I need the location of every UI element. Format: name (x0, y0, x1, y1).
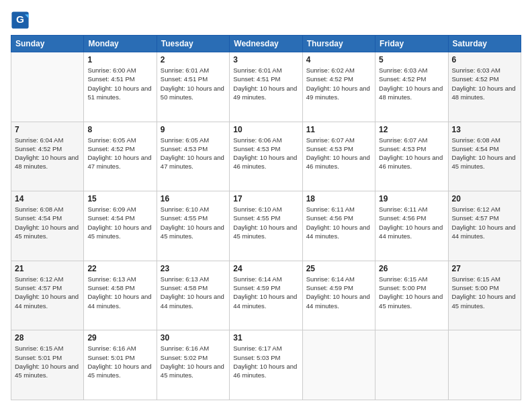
day-number: 23 (161, 264, 226, 273)
day-number: 22 (87, 264, 152, 273)
day-info: Sunrise: 6:08 AM Sunset: 4:54 PM Dayligh… (15, 205, 80, 240)
day-info: Sunrise: 6:01 AM Sunset: 4:51 PM Dayligh… (161, 66, 226, 101)
calendar-cell: 22Sunrise: 6:13 AM Sunset: 4:58 PM Dayli… (84, 261, 157, 330)
calendar-cell: 30Sunrise: 6:16 AM Sunset: 5:02 PM Dayli… (157, 330, 229, 400)
calendar-cell: 10Sunrise: 6:06 AM Sunset: 4:53 PM Dayli… (230, 122, 302, 191)
calendar-cell: 5Sunrise: 6:03 AM Sunset: 4:52 PM Daylig… (375, 52, 448, 122)
calendar-cell: 7Sunrise: 6:04 AM Sunset: 4:52 PM Daylig… (11, 122, 84, 191)
day-number: 20 (452, 194, 517, 203)
day-info: Sunrise: 6:12 AM Sunset: 4:57 PM Dayligh… (452, 205, 517, 240)
day-number: 24 (233, 264, 298, 273)
calendar-cell: 6Sunrise: 6:03 AM Sunset: 4:52 PM Daylig… (448, 52, 521, 122)
day-number: 26 (379, 264, 444, 273)
day-info: Sunrise: 6:17 AM Sunset: 5:03 PM Dayligh… (233, 344, 298, 379)
calendar-header-row: SundayMondayTuesdayWednesdayThursdayFrid… (11, 36, 521, 52)
day-number: 9 (161, 125, 226, 134)
calendar-cell: 16Sunrise: 6:10 AM Sunset: 4:55 PM Dayli… (157, 191, 229, 261)
day-number: 29 (87, 333, 152, 342)
calendar-week-3: 14Sunrise: 6:08 AM Sunset: 4:54 PM Dayli… (11, 191, 521, 261)
day-info: Sunrise: 6:14 AM Sunset: 4:59 PM Dayligh… (233, 275, 298, 310)
day-info: Sunrise: 6:03 AM Sunset: 4:52 PM Dayligh… (452, 66, 517, 101)
day-info: Sunrise: 6:13 AM Sunset: 4:58 PM Dayligh… (87, 275, 152, 310)
day-number: 18 (306, 194, 371, 203)
calendar-cell: 29Sunrise: 6:16 AM Sunset: 5:01 PM Dayli… (84, 330, 157, 400)
day-info: Sunrise: 6:15 AM Sunset: 5:00 PM Dayligh… (379, 275, 444, 310)
day-info: Sunrise: 6:02 AM Sunset: 4:52 PM Dayligh… (306, 66, 371, 101)
day-number: 17 (233, 194, 298, 203)
day-info: Sunrise: 6:05 AM Sunset: 4:53 PM Dayligh… (161, 136, 226, 171)
day-info: Sunrise: 6:16 AM Sunset: 5:02 PM Dayligh… (161, 344, 226, 379)
calendar-cell: 14Sunrise: 6:08 AM Sunset: 4:54 PM Dayli… (11, 191, 84, 261)
day-number: 2 (161, 55, 226, 64)
calendar-cell (375, 330, 448, 400)
day-info: Sunrise: 6:10 AM Sunset: 4:55 PM Dayligh… (161, 205, 226, 240)
calendar-cell: 2Sunrise: 6:01 AM Sunset: 4:51 PM Daylig… (157, 52, 229, 122)
svg-text:G: G (16, 13, 24, 25)
day-number: 28 (15, 333, 80, 342)
day-number: 14 (15, 194, 80, 203)
col-header-tuesday: Tuesday (157, 36, 229, 52)
day-number: 15 (87, 194, 152, 203)
header: G (11, 11, 521, 30)
col-header-monday: Monday (84, 36, 157, 52)
calendar-cell: 17Sunrise: 6:10 AM Sunset: 4:55 PM Dayli… (230, 191, 302, 261)
calendar-cell: 15Sunrise: 6:09 AM Sunset: 4:54 PM Dayli… (84, 191, 157, 261)
calendar-cell: 27Sunrise: 6:15 AM Sunset: 5:00 PM Dayli… (448, 261, 521, 330)
calendar-cell: 26Sunrise: 6:15 AM Sunset: 5:00 PM Dayli… (375, 261, 448, 330)
day-number: 16 (161, 194, 226, 203)
calendar-cell: 9Sunrise: 6:05 AM Sunset: 4:53 PM Daylig… (157, 122, 229, 191)
day-info: Sunrise: 6:09 AM Sunset: 4:54 PM Dayligh… (87, 205, 152, 240)
calendar-week-1: 1Sunrise: 6:00 AM Sunset: 4:51 PM Daylig… (11, 52, 521, 122)
col-header-thursday: Thursday (302, 36, 375, 52)
day-info: Sunrise: 6:05 AM Sunset: 4:52 PM Dayligh… (87, 136, 152, 171)
day-number: 10 (233, 125, 298, 134)
day-info: Sunrise: 6:15 AM Sunset: 5:00 PM Dayligh… (452, 275, 517, 310)
col-header-sunday: Sunday (11, 36, 84, 52)
calendar-table: SundayMondayTuesdayWednesdayThursdayFrid… (11, 35, 521, 400)
day-info: Sunrise: 6:07 AM Sunset: 4:53 PM Dayligh… (379, 136, 444, 171)
calendar-cell: 23Sunrise: 6:13 AM Sunset: 4:58 PM Dayli… (157, 261, 229, 330)
day-info: Sunrise: 6:11 AM Sunset: 4:56 PM Dayligh… (306, 205, 371, 240)
day-number: 5 (379, 55, 444, 64)
calendar-cell: 28Sunrise: 6:15 AM Sunset: 5:01 PM Dayli… (11, 330, 84, 400)
day-info: Sunrise: 6:07 AM Sunset: 4:53 PM Dayligh… (306, 136, 371, 171)
logo-icon: G (11, 11, 30, 30)
calendar-week-5: 28Sunrise: 6:15 AM Sunset: 5:01 PM Dayli… (11, 330, 521, 400)
day-number: 11 (306, 125, 371, 134)
day-number: 30 (161, 333, 226, 342)
day-info: Sunrise: 6:00 AM Sunset: 4:51 PM Dayligh… (87, 66, 152, 101)
calendar-cell (448, 330, 521, 400)
day-number: 27 (452, 264, 517, 273)
day-info: Sunrise: 6:08 AM Sunset: 4:54 PM Dayligh… (452, 136, 517, 171)
col-header-wednesday: Wednesday (230, 36, 302, 52)
calendar-cell: 31Sunrise: 6:17 AM Sunset: 5:03 PM Dayli… (230, 330, 302, 400)
day-number: 13 (452, 125, 517, 134)
day-info: Sunrise: 6:16 AM Sunset: 5:01 PM Dayligh… (87, 344, 152, 379)
calendar-cell: 4Sunrise: 6:02 AM Sunset: 4:52 PM Daylig… (302, 52, 375, 122)
day-info: Sunrise: 6:15 AM Sunset: 5:01 PM Dayligh… (15, 344, 80, 379)
calendar-cell: 12Sunrise: 6:07 AM Sunset: 4:53 PM Dayli… (375, 122, 448, 191)
day-info: Sunrise: 6:06 AM Sunset: 4:53 PM Dayligh… (233, 136, 298, 171)
day-number: 3 (233, 55, 298, 64)
day-number: 7 (15, 125, 80, 134)
day-number: 1 (87, 55, 152, 64)
day-number: 31 (233, 333, 298, 342)
day-number: 19 (379, 194, 444, 203)
calendar-cell: 11Sunrise: 6:07 AM Sunset: 4:53 PM Dayli… (302, 122, 375, 191)
calendar-cell (302, 330, 375, 400)
page: G SundayMondayTuesdayWednesdayThursdayFr… (0, 0, 532, 411)
col-header-saturday: Saturday (448, 36, 521, 52)
day-number: 25 (306, 264, 371, 273)
day-info: Sunrise: 6:11 AM Sunset: 4:56 PM Dayligh… (379, 205, 444, 240)
calendar-cell: 21Sunrise: 6:12 AM Sunset: 4:57 PM Dayli… (11, 261, 84, 330)
calendar-cell: 19Sunrise: 6:11 AM Sunset: 4:56 PM Dayli… (375, 191, 448, 261)
logo: G (11, 11, 31, 30)
calendar-cell: 13Sunrise: 6:08 AM Sunset: 4:54 PM Dayli… (448, 122, 521, 191)
day-info: Sunrise: 6:01 AM Sunset: 4:51 PM Dayligh… (233, 66, 298, 101)
day-info: Sunrise: 6:10 AM Sunset: 4:55 PM Dayligh… (233, 205, 298, 240)
calendar-cell (11, 52, 84, 122)
day-number: 6 (452, 55, 517, 64)
day-info: Sunrise: 6:14 AM Sunset: 4:59 PM Dayligh… (306, 275, 371, 310)
calendar-cell: 25Sunrise: 6:14 AM Sunset: 4:59 PM Dayli… (302, 261, 375, 330)
calendar-cell: 24Sunrise: 6:14 AM Sunset: 4:59 PM Dayli… (230, 261, 302, 330)
